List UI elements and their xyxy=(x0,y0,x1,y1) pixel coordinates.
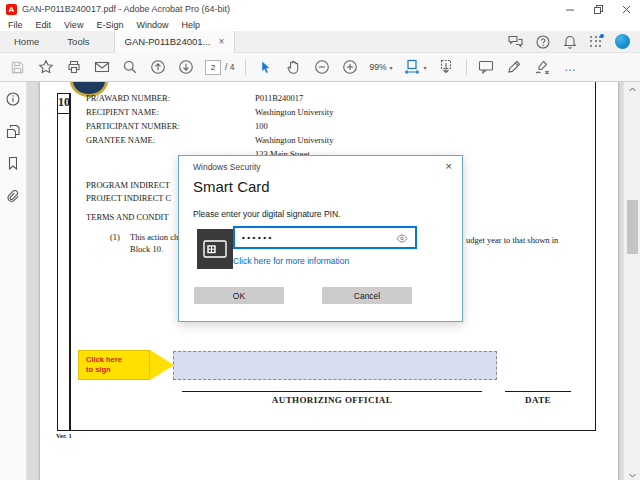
cancel-button[interactable]: Cancel xyxy=(322,287,412,304)
acrobat-app-icon: A xyxy=(6,4,17,15)
pin-masked-value: •••••• xyxy=(242,233,396,242)
title-bar: A GAN-P011B240017.pdf - Adobe Acrobat Pr… xyxy=(0,0,640,18)
document-toolbar: 2 / 4 99% ▾ ▾ xyxy=(0,53,640,82)
zoom-level-value: 99% xyxy=(369,62,386,72)
clause-text-left: This action ch xyxy=(130,232,178,242)
zoom-level-control[interactable]: 99% ▾ xyxy=(369,62,392,72)
signature-field[interactable] xyxy=(173,351,497,380)
menu-file[interactable]: File xyxy=(8,20,23,30)
info-panel-icon[interactable] xyxy=(6,91,21,106)
scroll-up-icon[interactable] xyxy=(624,82,640,96)
menu-view[interactable]: View xyxy=(64,20,83,30)
acrobat-window: A GAN-P011B240017.pdf - Adobe Acrobat Pr… xyxy=(0,0,640,480)
field-label: RECIPIENT NAME: xyxy=(86,107,159,117)
block-number: 10 xyxy=(58,95,70,110)
dialog-message: Please enter your digital signature PIN. xyxy=(193,209,340,219)
menu-window[interactable]: Window xyxy=(136,20,168,30)
scroll-down-icon[interactable] xyxy=(624,468,640,480)
user-avatar[interactable] xyxy=(615,34,630,49)
favorite-star-icon[interactable] xyxy=(37,59,54,76)
page-thumbnails-icon[interactable] xyxy=(6,123,21,138)
field-value: Washington University xyxy=(255,135,333,145)
overflow-glyph: … xyxy=(564,60,576,74)
clause-text-line2: Block 10. xyxy=(130,244,163,254)
date-label: DATE xyxy=(505,395,571,405)
help-icon[interactable] xyxy=(536,35,550,49)
notifications-bell-icon[interactable] xyxy=(563,35,577,49)
toolbar-divider xyxy=(245,59,246,75)
apps-grid-badge xyxy=(600,34,604,38)
feedback-icon[interactable] xyxy=(508,35,523,48)
callout-line2: to sign xyxy=(86,365,149,375)
tab-close-icon[interactable]: × xyxy=(218,36,224,47)
more-information-link[interactable]: Click here for more information xyxy=(233,256,349,266)
block-number-cell-top xyxy=(57,93,71,94)
tab-document[interactable]: GAN-P011B24001... × xyxy=(114,31,236,53)
previous-page-icon[interactable] xyxy=(149,59,166,76)
form-border-bottom xyxy=(57,430,596,431)
clause-text-right: udget year to that shown in xyxy=(466,235,558,245)
terms-conditions-line: TERMS AND CONDIT xyxy=(86,212,169,222)
field-label: PARTICIPANT NUMBER: xyxy=(86,121,180,131)
zoom-caret-icon: ▾ xyxy=(389,64,392,71)
menu-help[interactable]: Help xyxy=(181,20,200,30)
window-title: GAN-P011B240017.pdf - Adobe Acrobat Pro … xyxy=(22,4,556,14)
fit-width-caret-icon: ▾ xyxy=(423,64,426,71)
minimize-button[interactable] xyxy=(556,0,584,18)
dialog-close-icon[interactable]: × xyxy=(446,160,452,172)
email-icon[interactable] xyxy=(93,59,110,76)
comment-icon[interactable] xyxy=(478,59,495,76)
attachments-paperclip-icon[interactable] xyxy=(6,187,21,202)
windows-security-dialog: Windows Security × Smart Card Please ent… xyxy=(178,155,463,322)
authorizing-official-label: AUTHORIZING OFFICIAL xyxy=(182,395,482,405)
close-button[interactable] xyxy=(612,0,640,18)
dialog-title: Smart Card xyxy=(193,178,270,195)
ok-button[interactable]: OK xyxy=(194,287,284,304)
tab-bar: Home Tools GAN-P011B24001... × xyxy=(0,31,640,53)
form-border-inner xyxy=(69,93,71,431)
field-value: Washington University xyxy=(255,107,333,117)
click-here-to-sign-callout[interactable]: Click here to sign xyxy=(78,350,150,380)
apps-grid-icon[interactable] xyxy=(590,36,602,48)
clause-number: (1) xyxy=(110,232,120,242)
reveal-password-eye-icon[interactable] xyxy=(396,229,408,247)
zoom-in-icon[interactable] xyxy=(341,59,358,76)
menu-bar: File Edit View E-Sign Window Help xyxy=(0,18,640,31)
restore-button[interactable] xyxy=(584,0,612,18)
program-indirect-line: PROGRAM INDIRECT xyxy=(86,180,170,190)
fit-width-control[interactable]: ▾ xyxy=(403,59,426,76)
project-indirect-line: PROJECT INDIRECT C xyxy=(86,193,171,203)
hand-tool-icon[interactable] xyxy=(285,59,302,76)
tab-tools[interactable]: Tools xyxy=(53,31,103,53)
page-scrolling-icon[interactable] xyxy=(438,59,455,76)
fit-width-icon xyxy=(403,59,420,76)
bookmarks-icon[interactable] xyxy=(6,155,21,170)
highlight-pen-icon[interactable] xyxy=(506,59,523,76)
toolbar-overflow-icon[interactable]: … xyxy=(562,59,579,76)
tab-document-label: GAN-P011B24001... xyxy=(125,36,211,47)
dialog-titlebar-label: Windows Security xyxy=(193,162,261,172)
smart-card-icon xyxy=(197,229,233,269)
field-value: 100 xyxy=(255,121,268,131)
next-page-icon[interactable] xyxy=(177,59,194,76)
save-icon[interactable] xyxy=(9,59,26,76)
vertical-scrollbar[interactable] xyxy=(623,82,640,480)
pin-input[interactable]: •••••• xyxy=(233,226,417,249)
toolbar-divider xyxy=(466,59,467,75)
zoom-out-icon[interactable] xyxy=(313,59,330,76)
page-number-input[interactable]: 2 xyxy=(205,60,221,75)
form-border-left xyxy=(57,93,59,431)
page-count-label: / 4 xyxy=(225,62,234,72)
field-label: PR/AWARD NUMBER: xyxy=(86,93,170,103)
sign-pen-icon[interactable] xyxy=(534,59,551,76)
field-value: P011B240017 xyxy=(255,93,303,103)
print-icon[interactable] xyxy=(65,59,82,76)
menu-edit[interactable]: Edit xyxy=(36,20,52,30)
navigation-sidebar xyxy=(0,82,27,480)
tab-home[interactable]: Home xyxy=(0,31,53,53)
menu-esign[interactable]: E-Sign xyxy=(96,20,123,30)
scrollbar-thumb[interactable] xyxy=(627,200,638,254)
select-tool-icon[interactable] xyxy=(257,59,274,76)
date-line xyxy=(505,391,571,392)
search-icon[interactable] xyxy=(121,59,138,76)
